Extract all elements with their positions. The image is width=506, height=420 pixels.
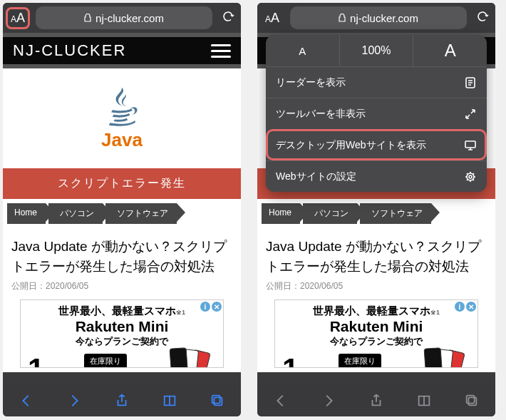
url-host: nj-clucker.com [95, 12, 164, 24]
svg-rect-12 [466, 396, 474, 404]
aa-button[interactable]: AA [262, 9, 283, 28]
zoom-in-button[interactable]: A [413, 35, 487, 66]
reader-icon [464, 76, 477, 89]
ad[interactable]: i✕ 世界最小、最軽量スマホ※1 Rakuten Mini 今ならプランご契約で… [20, 299, 224, 368]
article: Java Update が動かない？スクリプトエラーが発生した場合の対処法 公開… [257, 231, 495, 295]
article-title: Java Update が動かない？スクリプトエラーが発生した場合の対処法 [266, 237, 487, 276]
reload-button[interactable] [220, 9, 237, 26]
bookmarks-button[interactable] [160, 391, 179, 410]
zoom-percentage: 100% [340, 35, 414, 66]
breadcrumb: Home パソコン ソフトウェア [257, 199, 495, 231]
back-button[interactable] [272, 391, 290, 410]
forward-button[interactable] [319, 391, 338, 410]
bottom-toolbar [257, 385, 495, 416]
url-bar: AA nj-clucker.com [257, 3, 495, 33]
svg-rect-0 [214, 397, 222, 405]
gear-icon [464, 170, 477, 183]
crumb-home[interactable]: Home [262, 203, 300, 224]
crumb-home[interactable]: Home [7, 203, 46, 224]
reload-button[interactable] [474, 9, 491, 26]
screenshot-left: AA nj-clucker.com NJ-CLUCKER Java スクリプトエ… [3, 3, 241, 416]
desktop-icon [464, 139, 477, 152]
adchoices-icon[interactable]: i [200, 302, 210, 312]
ad[interactable]: i✕ 世界最小、最軽量スマホ※1 Rakuten Mini 今ならプランご契約で… [274, 299, 478, 368]
crumb-2[interactable]: ソフトウェア [360, 203, 431, 224]
back-button[interactable] [17, 391, 36, 410]
article-title: Java Update が動かない？スクリプトエラーが発生した場合の対処法 [11, 237, 232, 276]
site-brand: NJ-CLUCKER [13, 41, 126, 60]
menu-website-settings[interactable]: Webサイトの設定 [266, 160, 487, 192]
svg-rect-11 [468, 397, 476, 405]
error-banner: スクリプトエラー発生 [3, 168, 241, 199]
url-host: nj-clucker.com [350, 12, 418, 24]
article-meta: 公開日：2020/06/05 [11, 280, 232, 292]
svg-point-9 [467, 173, 474, 180]
lock-icon [84, 14, 91, 22]
java-logo-text: Java [101, 129, 143, 151]
zoom-row: A 100% A [266, 35, 487, 66]
breadcrumb: Home パソコン ソフトウェア [3, 199, 241, 231]
bookmarks-button[interactable] [415, 391, 433, 410]
menu-show-reader[interactable]: リーダーを表示 [266, 66, 487, 98]
ad-container: i✕ 世界最小、最軽量スマホ※1 Rakuten Mini 今ならプランご契約で… [3, 295, 241, 372]
tabs-button[interactable] [208, 391, 227, 410]
aa-menu: A 100% A リーダーを表示 ツールバーを非表示 デスクトップ用Webサイト… [266, 35, 487, 192]
aa-button[interactable]: AA [7, 9, 29, 28]
hamburger-menu[interactable] [211, 44, 231, 58]
ad-close-icon[interactable]: ✕ [212, 302, 222, 312]
share-button[interactable] [113, 391, 131, 410]
site-header: NJ-CLUCKER [3, 33, 241, 68]
share-button[interactable] [367, 391, 386, 410]
crumb-1[interactable]: パソコン [303, 203, 357, 224]
expand-icon [464, 108, 477, 121]
menu-hide-toolbar[interactable]: ツールバーを非表示 [266, 98, 487, 129]
svg-rect-1 [212, 396, 220, 404]
article-meta: 公開日：2020/06/05 [266, 280, 487, 292]
url-field[interactable]: nj-clucker.com [290, 6, 467, 29]
bottom-toolbar [3, 385, 241, 416]
java-logo: Java [100, 86, 143, 151]
forward-button[interactable] [65, 391, 83, 410]
tabs-button[interactable] [463, 391, 481, 410]
adchoices-icon[interactable]: i [455, 302, 465, 312]
phone-graphic [420, 349, 470, 368]
ad-close-icon[interactable]: ✕ [466, 302, 476, 312]
phone-graphic [166, 349, 216, 368]
zoom-out-button[interactable]: A [266, 35, 340, 66]
lock-icon [339, 14, 346, 22]
crumb-1[interactable]: パソコン [48, 203, 103, 224]
svg-rect-6 [465, 141, 475, 148]
url-bar: AA nj-clucker.com [3, 3, 241, 33]
url-field[interactable]: nj-clucker.com [36, 6, 212, 29]
hero-image: Java [3, 68, 241, 168]
crumb-2[interactable]: ソフトウェア [105, 203, 177, 224]
screenshot-right: AA nj-clucker.com A 100% A リーダーを表示 ツールバー… [257, 3, 495, 416]
ad-container: i✕ 世界最小、最軽量スマホ※1 Rakuten Mini 今ならプランご契約で… [257, 295, 495, 372]
article: Java Update が動かない？スクリプトエラーが発生した場合の対処法 公開… [3, 231, 241, 295]
svg-point-10 [469, 175, 472, 178]
menu-request-desktop-site[interactable]: デスクトップ用Webサイトを表示 [266, 129, 487, 160]
